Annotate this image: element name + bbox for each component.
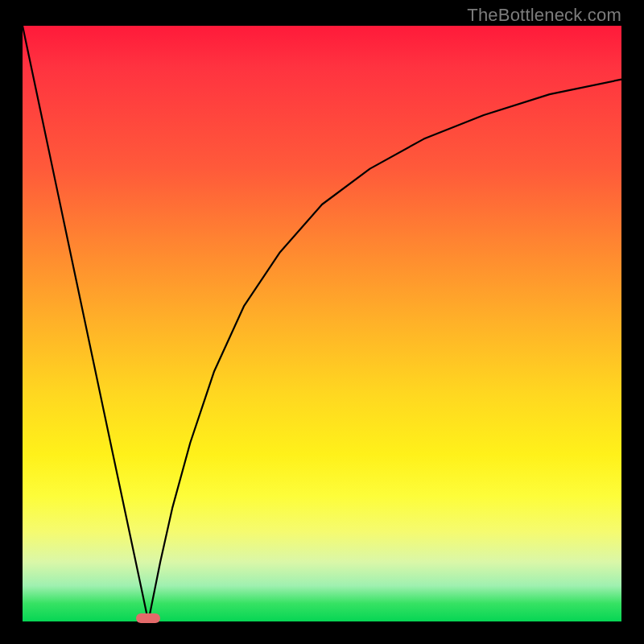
watermark-text: TheBottleneck.com	[467, 5, 621, 26]
minimum-marker	[136, 613, 160, 623]
plot-area	[23, 26, 621, 621]
curve-layer	[23, 26, 621, 621]
right-branch-line	[148, 80, 621, 621]
left-branch-line	[23, 26, 148, 621]
chart-frame: TheBottleneck.com	[0, 0, 644, 644]
